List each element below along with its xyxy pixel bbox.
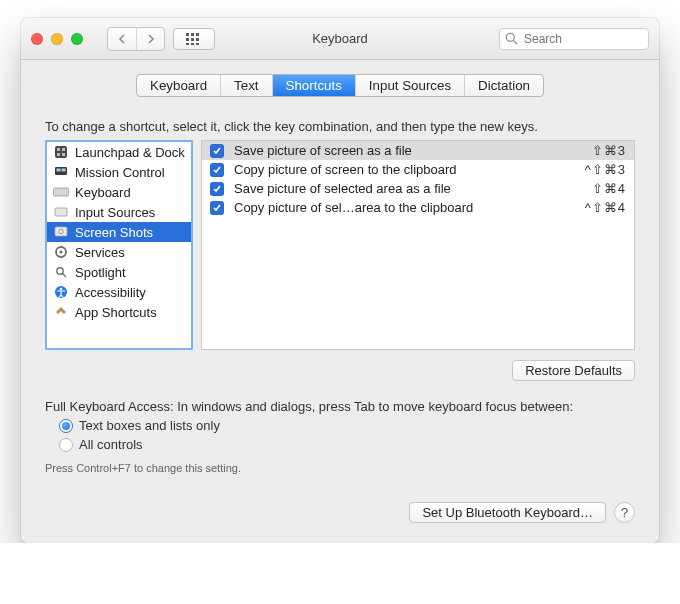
window-controls <box>31 33 83 45</box>
svg-line-26 <box>63 274 66 277</box>
accessibility-icon <box>53 284 69 300</box>
category-label: App Shortcuts <box>75 305 157 320</box>
tab-keyboard[interactable]: Keyboard <box>137 75 220 96</box>
svg-point-28 <box>60 288 63 291</box>
svg-rect-18 <box>62 169 66 172</box>
mission-control-icon <box>53 164 69 180</box>
chevron-left-icon <box>118 34 126 44</box>
svg-rect-14 <box>57 153 60 156</box>
keyboard-access-hint: Press Control+F7 to change this setting. <box>45 462 635 474</box>
nav-back-forward <box>107 27 165 51</box>
close-button[interactable] <box>31 33 43 45</box>
radio-label: All controls <box>79 437 143 452</box>
shortcut-row[interactable]: Copy picture of screen to the clipboard … <box>202 160 634 179</box>
app-shortcuts-icon <box>53 304 69 320</box>
category-accessibility[interactable]: Accessibility <box>47 282 191 302</box>
shortcut-row[interactable]: Save picture of selected area as a file … <box>202 179 634 198</box>
shortcut-row[interactable]: Save picture of screen as a file ⇧⌘3 <box>202 141 634 160</box>
svg-rect-21 <box>55 227 67 236</box>
shortcut-keys[interactable]: ⇧⌘3 <box>592 143 626 158</box>
svg-point-9 <box>506 33 514 41</box>
tab-shortcuts[interactable]: Shortcuts <box>272 75 355 96</box>
search-icon <box>505 32 518 45</box>
svg-point-25 <box>57 268 63 274</box>
help-button[interactable]: ? <box>614 502 635 523</box>
svg-rect-1 <box>191 33 194 36</box>
shortcut-checkbox[interactable] <box>210 182 224 196</box>
svg-rect-3 <box>186 38 189 41</box>
zoom-button[interactable] <box>71 33 83 45</box>
category-input-sources[interactable]: Input Sources <box>47 202 191 222</box>
svg-rect-11 <box>55 146 67 158</box>
category-services[interactable]: Services <box>47 242 191 262</box>
restore-defaults-button[interactable]: Restore Defaults <box>512 360 635 381</box>
setup-bluetooth-button[interactable]: Set Up Bluetooth Keyboard… <box>409 502 606 523</box>
category-app-shortcuts[interactable]: App Shortcuts <box>47 302 191 322</box>
radio-text-boxes[interactable]: Text boxes and lists only <box>59 418 635 433</box>
category-list[interactable]: Launchpad & Dock Mission Control Keyboar… <box>45 140 193 350</box>
svg-rect-19 <box>54 188 69 196</box>
tab-bar: Keyboard Text Shortcuts Input Sources Di… <box>136 74 544 97</box>
svg-rect-12 <box>57 148 60 151</box>
category-keyboard[interactable]: Keyboard <box>47 182 191 202</box>
svg-rect-8 <box>196 43 199 45</box>
tab-text[interactable]: Text <box>220 75 271 96</box>
svg-rect-4 <box>191 38 194 41</box>
radio-all-controls[interactable]: All controls <box>59 437 635 452</box>
radio-indicator <box>59 438 73 452</box>
shortcut-checkbox[interactable] <box>210 201 224 215</box>
svg-rect-2 <box>196 33 199 36</box>
input-sources-icon <box>53 204 69 220</box>
shortcut-label: Save picture of screen as a file <box>234 143 582 158</box>
svg-rect-20 <box>55 208 67 216</box>
category-launchpad[interactable]: Launchpad & Dock <box>47 142 191 162</box>
category-label: Mission Control <box>75 165 165 180</box>
services-icon <box>53 244 69 260</box>
shortcut-label: Copy picture of sel…area to the clipboar… <box>234 200 575 215</box>
shortcut-keys[interactable]: ^⇧⌘4 <box>585 200 626 215</box>
forward-button[interactable] <box>136 28 164 50</box>
shortcut-label: Copy picture of screen to the clipboard <box>234 162 575 177</box>
svg-rect-17 <box>57 169 61 172</box>
category-label: Keyboard <box>75 185 131 200</box>
show-all-button[interactable] <box>173 28 215 50</box>
svg-rect-15 <box>62 153 65 156</box>
svg-rect-0 <box>186 33 189 36</box>
keyboard-access-group: Full Keyboard Access: In windows and dia… <box>45 399 635 474</box>
svg-rect-7 <box>191 43 194 45</box>
category-label: Input Sources <box>75 205 155 220</box>
shortcut-checkbox[interactable] <box>210 144 224 158</box>
svg-point-24 <box>59 250 62 253</box>
grid-icon <box>186 33 202 45</box>
shortcut-keys[interactable]: ⇧⌘4 <box>592 181 626 196</box>
category-label: Services <box>75 245 125 260</box>
preferences-window: Keyboard Keyboard Text Shortcuts Input S… <box>21 18 659 543</box>
shortcut-row[interactable]: Copy picture of sel…area to the clipboar… <box>202 198 634 217</box>
category-spotlight[interactable]: Spotlight <box>47 262 191 282</box>
tab-input-sources[interactable]: Input Sources <box>355 75 464 96</box>
titlebar: Keyboard <box>21 18 659 60</box>
keyboard-icon <box>53 184 69 200</box>
keyboard-access-heading: Full Keyboard Access: In windows and dia… <box>45 399 635 414</box>
svg-line-10 <box>514 40 518 44</box>
svg-rect-5 <box>196 38 199 41</box>
search-input[interactable] <box>499 28 649 50</box>
tab-dictation[interactable]: Dictation <box>464 75 543 96</box>
svg-rect-6 <box>186 43 189 45</box>
category-screen-shots[interactable]: Screen Shots <box>47 222 191 242</box>
spotlight-icon <box>53 264 69 280</box>
shortcut-checkbox[interactable] <box>210 163 224 177</box>
radio-label: Text boxes and lists only <box>79 418 220 433</box>
category-label: Accessibility <box>75 285 146 300</box>
back-button[interactable] <box>108 28 136 50</box>
shortcut-keys[interactable]: ^⇧⌘3 <box>585 162 626 177</box>
category-mission-control[interactable]: Mission Control <box>47 162 191 182</box>
category-label: Launchpad & Dock <box>75 145 185 160</box>
shortcut-list[interactable]: Save picture of screen as a file ⇧⌘3 Cop… <box>201 140 635 350</box>
shortcut-label: Save picture of selected area as a file <box>234 181 582 196</box>
category-label: Spotlight <box>75 265 126 280</box>
minimize-button[interactable] <box>51 33 63 45</box>
screenshot-icon <box>53 224 69 240</box>
radio-indicator <box>59 419 73 433</box>
launchpad-icon <box>53 144 69 160</box>
